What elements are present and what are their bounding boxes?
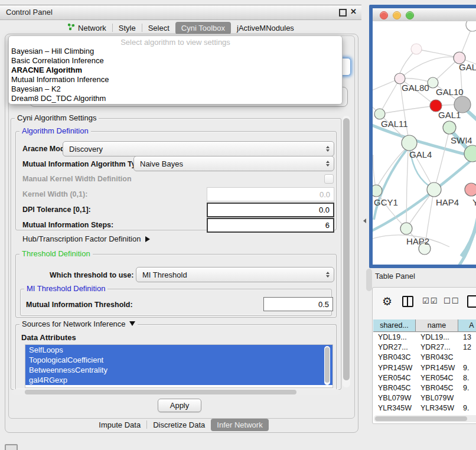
mi-threshold-field[interactable]: 0.5 (263, 297, 333, 311)
network-edge[interactable] (459, 216, 476, 265)
settings-hscrollbar-thumb[interactable] (25, 390, 296, 394)
settings-hscrollbar-track[interactable] (12, 389, 340, 395)
network-edge[interactable] (380, 79, 400, 114)
dropdown-item-bayesian-k2[interactable]: Bayesian – K2 (11, 84, 61, 93)
which-threshold-combo[interactable]: MI Threshold (136, 267, 334, 282)
tab-jactivemnodules[interactable]: jActiveMNodules (231, 22, 300, 34)
network-node[interactable] (374, 109, 385, 119)
table-row[interactable]: YDL19...YDL19...13 (373, 332, 476, 343)
network-node[interactable] (466, 21, 476, 31)
settings-scrollbar-track[interactable] (343, 116, 350, 387)
column-header-name[interactable]: name (416, 319, 458, 332)
network-node[interactable] (400, 223, 412, 234)
tab-impute-data[interactable]: Impute Data (93, 419, 146, 431)
table-row[interactable]: YBR043CYBR043C (373, 353, 476, 363)
network-node[interactable] (373, 185, 382, 197)
dropdown-item-basic-correlation[interactable]: Basic Correlation Inference (11, 56, 104, 65)
column-header-shared-name[interactable]: shared... (373, 319, 416, 332)
table-cell: 12 (463, 343, 471, 351)
attribute-topologicalcoefficient[interactable]: TopologicalCoefficient (25, 355, 332, 365)
mi-algorithm-type-combo[interactable]: Naive Bayes (133, 156, 334, 171)
table-cell: YBR045C (378, 384, 411, 392)
dropdown-item-bayesian-hill-climbing[interactable]: Bayesian – Hill Climbing (11, 47, 94, 56)
settings-scrollbar-thumb[interactable] (343, 118, 350, 380)
network-edge[interactable] (380, 106, 436, 114)
cyni-algorithm-settings-title: Cyni Algorithm Settings (15, 113, 99, 122)
sources-title[interactable]: Sources for Network Inference (19, 319, 138, 328)
network-window-titlebar[interactable] (373, 8, 476, 22)
tab-cyni-toolbox[interactable]: Cyni Toolbox (175, 22, 231, 34)
attribute-list-scrollbar-thumb[interactable] (325, 347, 330, 383)
attribute-list-scrollbar-track[interactable] (324, 346, 330, 385)
dropdown-item-dream8[interactable]: Dream8 DC_TDC Algorithm (11, 94, 106, 103)
network-edge[interactable] (416, 49, 459, 58)
network-node-label: GAL10 (436, 87, 464, 97)
minimized-panel-icon[interactable] (5, 444, 18, 450)
manual-kernel-width-checkbox[interactable] (324, 174, 334, 184)
algorithm-definition-title: Algorithm Definition (19, 126, 91, 135)
hub-tf-definition-toggle[interactable]: Hub/Transcription Factor Definition (22, 234, 150, 243)
aracne-mode-combo[interactable]: Discovery (63, 141, 334, 156)
column-header-third[interactable]: A (458, 319, 476, 332)
float-panel-icon[interactable] (339, 9, 347, 17)
network-node[interactable] (427, 182, 441, 197)
table-panel: ⚙ ☑☑ ☐☐ shared... name A YDL19...YDL19..… (372, 287, 476, 424)
gear-icon[interactable]: ⚙ (382, 295, 392, 308)
dropdown-item-aracne[interactable]: ARACNE Algorithm (11, 66, 82, 74)
network-node[interactable] (465, 183, 476, 196)
table-hscrollbar-thumb[interactable] (375, 416, 467, 421)
kernel-width-field[interactable]: 0.0 (207, 187, 334, 201)
table-cell: 9. (463, 364, 469, 372)
splitpane-arrow-icon[interactable] (363, 219, 366, 223)
deselect-all-checks-icon[interactable]: ☐☐ (444, 296, 459, 305)
network-node[interactable] (402, 135, 417, 151)
table-row[interactable]: YBR045CYBR045C9. (373, 383, 476, 393)
attribute-gal4rgexp[interactable]: gal4RGexp (25, 375, 332, 385)
network-edge[interactable] (373, 154, 476, 231)
tab-select[interactable]: Select (142, 22, 175, 34)
network-node[interactable] (411, 44, 422, 54)
table-row[interactable]: YDR27...YDR27...12 (373, 343, 476, 353)
columns-icon[interactable] (402, 296, 413, 307)
tab-infer-network[interactable]: Infer Network (211, 419, 268, 431)
table-row[interactable]: YLR345WYLR345W9. (373, 403, 476, 413)
network-node-label: GCY1 (374, 197, 398, 207)
tab-discretize-data[interactable]: Discretize Data (147, 419, 211, 431)
network-edge[interactable] (400, 57, 459, 79)
network-node[interactable] (443, 121, 456, 134)
network-edge[interactable] (406, 150, 408, 229)
tab-style[interactable]: Style (113, 22, 142, 34)
attribute-betweennesscentrality[interactable]: BetweennessCentrality (25, 365, 332, 375)
table-cell: YLR345W (378, 404, 412, 412)
mi-steps-field[interactable]: 6 (207, 218, 334, 233)
table-rows: YDL19...YDL19...13YDR27...YDR27...12YBR0… (373, 332, 476, 423)
network-node-label: HAP2 (406, 236, 429, 246)
dropdown-item-mutual-information[interactable]: Mutual Information Inference (11, 75, 109, 84)
table-cell: YER054C (420, 374, 454, 382)
dpi-tolerance-field[interactable]: 0.0 (207, 203, 334, 217)
control-panel-titlebar: Control Panel ✕ (0, 5, 361, 20)
table-cell: YER054C (378, 374, 411, 382)
zoom-window-icon[interactable] (406, 11, 414, 19)
data-attributes-list[interactable]: SelfLoops TopologicalCoefficient Between… (25, 344, 333, 388)
network-tab-icon (67, 23, 75, 32)
apply-button[interactable]: Apply (158, 399, 201, 412)
close-window-icon[interactable] (380, 11, 388, 19)
table-hscrollbar-track[interactable] (374, 415, 476, 422)
close-panel-icon[interactable]: ✕ (350, 7, 357, 16)
attribute-selfloops[interactable]: SelfLoops (25, 345, 332, 355)
network-canvas[interactable]: GALGAL80GAL10GAL1GAL11SWI4GAL4GCY1HAP4YH… (373, 21, 476, 265)
table-cell: YPR145W (420, 364, 455, 372)
table-row[interactable]: YPR145WYPR145W9. (373, 363, 476, 373)
export-table-icon[interactable] (467, 295, 476, 308)
network-view-window[interactable]: GALGAL80GAL10GAL1GAL11SWI4GAL4GCY1HAP4YH… (369, 5, 476, 268)
table-row[interactable]: YER054CYER054C8. (373, 373, 476, 383)
select-all-checks-icon[interactable]: ☑☑ (422, 296, 438, 305)
tab-network[interactable]: Network (61, 21, 112, 34)
right-scrollbar-fragment[interactable] (366, 269, 372, 291)
threshold-definition-title: Threshold Definition (19, 249, 93, 258)
table-cell: YBL079W (378, 394, 411, 402)
minimize-window-icon[interactable] (393, 11, 401, 19)
table-row[interactable]: YBL079WYBL079W (373, 393, 476, 403)
table-cell: YPR145W (378, 364, 412, 372)
